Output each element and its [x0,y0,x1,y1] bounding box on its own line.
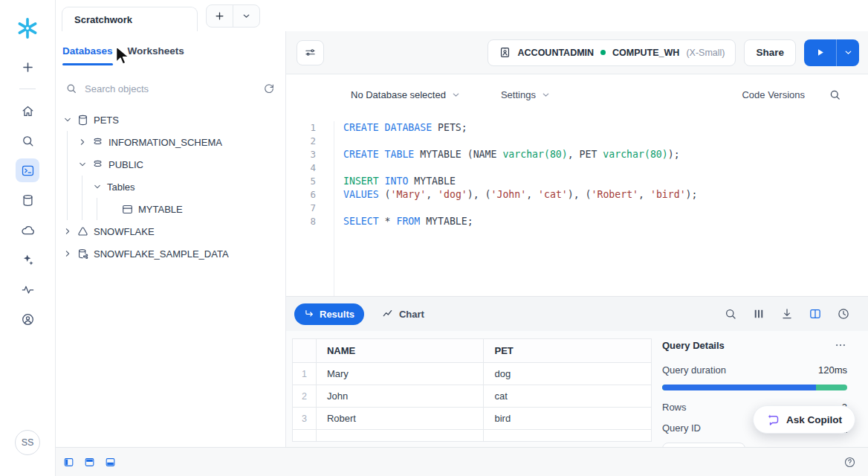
line-number: 8 [286,215,316,228]
admin-nav[interactable] [16,307,39,331]
filters-button[interactable] [297,40,324,65]
table-icon [121,203,134,216]
split-view-button[interactable] [809,307,822,321]
query-history-button[interactable] [837,307,850,321]
role-label: ACCOUNTADMIN [518,48,595,58]
ask-copilot-button[interactable]: Ask Copilot [753,405,855,434]
search-objects-input[interactable] [85,83,263,94]
database-selector[interactable]: No Database selected [351,89,461,100]
tab-results[interactable]: Results [294,303,364,325]
query-details-menu-icon[interactable] [834,338,847,352]
user-avatar[interactable]: SS [15,430,40,455]
results-table[interactable]: NAMEPET 1Marydog2Johncat3Robertbird [292,338,652,442]
table-cell[interactable]: Robert [316,408,484,430]
sidebar-tabs: Databases Worksheets [56,31,285,70]
terminal-icon [21,164,35,178]
chevron-down-icon[interactable] [92,181,103,192]
query-duration-label: Query duration [662,364,726,376]
line-number: 2 [286,135,316,148]
data-nav[interactable] [16,188,39,212]
warehouse-label: COMPUTE_WH [612,48,679,58]
snowflake-logo-icon [16,16,39,40]
table-row[interactable]: 2Johncat [293,385,652,408]
tree-item-public[interactable]: PUBLIC [56,153,285,176]
return-arrow-icon [304,309,314,319]
share-button[interactable]: Share [744,39,796,66]
tree-item-label: SNOWFLAKE_SAMPLE_DATA [94,248,229,260]
table-cell[interactable]: John [316,385,484,408]
tree-item-tables[interactable]: Tables [56,176,285,198]
table-cell[interactable]: bird [484,408,652,430]
show-more-button[interactable]: Show more [662,443,745,447]
new-tab-button[interactable] [207,5,233,27]
table-row[interactable]: 3Robertbird [293,408,652,430]
download-results-button[interactable] [780,307,794,321]
columns-button[interactable] [752,307,765,321]
table-cell[interactable]: Mary [316,363,484,385]
settings-dropdown[interactable]: Settings [501,89,551,100]
tab-databases[interactable]: Databases [62,31,113,70]
editor-search-icon[interactable] [829,89,841,101]
line-number-gutter: 12345678 [286,121,334,296]
search-nav[interactable] [16,129,39,152]
help-icon[interactable] [843,456,856,469]
column-header-pet[interactable]: PET [484,339,652,363]
line-number: 6 [286,188,316,202]
tree-item-snowflake[interactable]: SNOWFLAKE [56,220,285,242]
sparkles-icon [21,253,35,267]
context-selector[interactable]: ACCOUNTADMIN COMPUTE_WH (X-Small) [488,39,736,66]
worksheets-nav[interactable] [16,158,39,182]
results-actions [724,307,850,321]
code-versions-link[interactable]: Code Versions [742,89,805,100]
worksheet-toolbar: ACCOUNTADMIN COMPUTE_WH (X-Small) Share [286,31,868,74]
run-options-button[interactable] [837,39,859,66]
sql-code[interactable]: CREATE DATABASE PETS;CREATE TABLE MYTABL… [334,121,868,296]
run-button[interactable] [804,39,837,66]
column-header-name[interactable]: NAME [316,339,484,363]
toggle-bottom-panel-button[interactable] [105,457,116,468]
table-cell[interactable]: dog [484,363,652,385]
search-results-button[interactable] [724,307,737,321]
row-number: 3 [293,408,317,430]
row-number-header [293,339,317,363]
ai-ml-nav[interactable] [16,248,39,271]
role-badge-icon [499,46,511,59]
marketplace-nav[interactable] [16,218,39,242]
tree-indent-guide [82,176,82,220]
tab-list-button[interactable] [233,5,259,27]
database-tree: PETSINFORMATION_SCHEMAPUBLICTablesMYTABL… [56,103,285,265]
tab-worksheets[interactable]: Worksheets [128,31,184,70]
tab-actions [206,4,260,28]
chevron-down-icon[interactable] [62,115,73,125]
tree-item-label: PUBLIC [108,159,143,170]
tree-item-information_schema[interactable]: INFORMATION_SCHEMA [56,131,285,153]
tree-item-snowflake_sample_data[interactable]: SNOWFLAKE_SAMPLE_DATA [56,242,285,265]
refresh-icon[interactable] [263,83,275,94]
line-number: 1 [286,121,316,135]
plus-icon [21,60,35,74]
chevron-down-icon[interactable] [77,159,88,170]
activity-nav[interactable] [16,277,39,301]
chevron-down-icon [843,48,853,57]
home-nav[interactable] [16,99,39,123]
table-cell[interactable]: cat [484,385,652,408]
toggle-left-panel-button[interactable] [63,457,74,468]
sql-editor[interactable]: 12345678 CREATE DATABASE PETS;CREATE TAB… [286,115,868,296]
copilot-sparkle-chat-icon [766,413,780,427]
query-duration-bar [662,385,847,390]
chevron-right-icon[interactable] [62,226,73,237]
tab-chart[interactable]: Chart [382,308,424,320]
tree-item-mytable[interactable]: MYTABLE [56,198,285,220]
chevron-right-icon[interactable] [77,137,88,147]
line-number: 3 [286,148,316,161]
warehouse-size-label: (X-Small) [686,48,725,58]
table-row[interactable]: 1Marydog [293,363,652,385]
chevron-right-icon[interactable] [62,248,73,259]
code-line: SELECT * FROM MYTABLE; [343,215,868,228]
tree-item-pets[interactable]: PETS [56,109,285,131]
toggle-top-panel-button[interactable] [84,457,95,468]
tree-indent-guide [67,131,68,220]
row-number: 2 [293,385,317,408]
worksheet-tab[interactable]: Scratchwork [62,7,198,31]
new-button[interactable] [16,55,39,79]
